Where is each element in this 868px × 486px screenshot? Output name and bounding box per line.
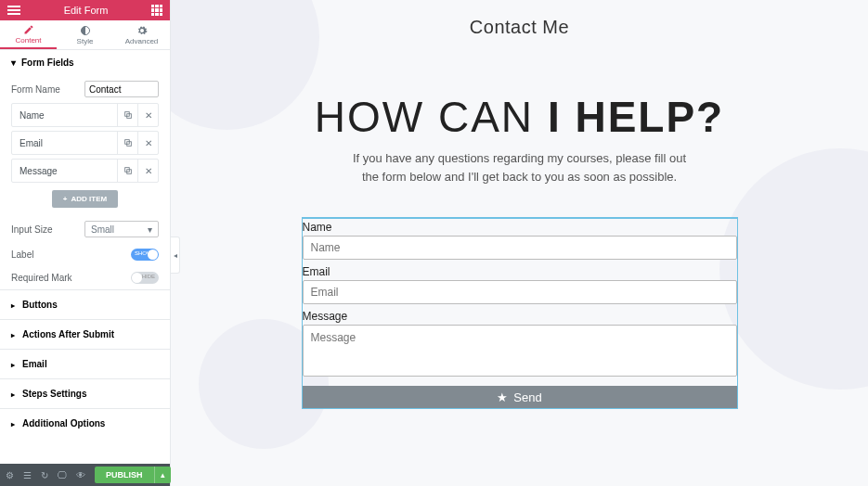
section-form-fields[interactable]: ▾ Form Fields [0, 50, 170, 75]
caret-right-icon [11, 300, 15, 310]
caret-down-icon: ▾ [11, 58, 16, 68]
send-button[interactable]: ★ Send [303, 386, 737, 408]
panel-body: ▾ Form Fields Form Name Name ✕ Email ✕ M… [0, 50, 170, 464]
field-item[interactable]: Email ✕ [11, 131, 159, 155]
field-item[interactable]: Name ✕ [11, 103, 159, 127]
preview-area: Contact Me HOW CAN I HELP? If you have a… [171, 0, 868, 486]
field-item[interactable]: Message ✕ [11, 159, 159, 183]
hero-subtitle: If you have any questions regarding my c… [315, 149, 724, 185]
field-repeater: Name ✕ Email ✕ Message ✕ [0, 103, 170, 183]
label-label: Label [11, 249, 33, 260]
label-required-mark: Required Mark [11, 273, 72, 283]
history-icon[interactable]: ↻ [41, 470, 48, 480]
panel-title: Edit Form [64, 5, 109, 16]
row-form-name: Form Name [0, 75, 170, 103]
caret-right-icon [11, 389, 15, 399]
row-required-mark: Required Mark HIDE [0, 266, 170, 289]
form-widget[interactable]: Name Email Message ★ Send [302, 217, 738, 409]
label-input-size: Input Size [11, 224, 52, 235]
panel-header: Edit Form [0, 0, 170, 20]
editor-sidebar: Edit Form Content Style Advanced ▾ Form … [0, 0, 171, 486]
caret-right-icon [11, 418, 15, 428]
publish-button[interactable]: PUBLISH [95, 467, 154, 483]
name-input[interactable] [303, 236, 737, 260]
section-actions-after-submit[interactable]: Actions After Submit [0, 319, 170, 349]
duplicate-icon[interactable] [117, 132, 137, 154]
field-label-name: Name [303, 221, 737, 234]
decorative-blob [719, 148, 868, 390]
field-label-email: Email [303, 265, 737, 278]
caret-right-icon [11, 329, 15, 339]
add-item-button[interactable]: + ADD ITEM [52, 190, 118, 208]
row-input-size: Input Size Small ▾ [0, 215, 170, 243]
remove-icon[interactable]: ✕ [137, 160, 158, 182]
menu-icon[interactable] [7, 6, 20, 15]
publish-options-button[interactable]: ▴ [154, 467, 171, 483]
page-section-title: Contact Me [470, 17, 569, 38]
section-steps-settings[interactable]: Steps Settings [0, 378, 170, 408]
settings-icon[interactable]: ⚙ [6, 470, 14, 480]
duplicate-icon[interactable] [117, 104, 137, 126]
section-additional-options[interactable]: Additional Options [0, 408, 170, 438]
chevron-down-icon: ▾ [148, 224, 152, 235]
collapse-panel-button[interactable]: ◂ [171, 237, 180, 274]
caret-right-icon [11, 359, 15, 369]
preview-icon[interactable]: 👁 [76, 470, 85, 480]
email-input[interactable] [303, 280, 737, 304]
duplicate-icon[interactable] [117, 160, 137, 182]
star-icon: ★ [497, 390, 508, 404]
style-icon [80, 25, 91, 36]
section-email[interactable]: Email [0, 349, 170, 378]
panel-tabs: Content Style Advanced [0, 20, 170, 50]
label-form-name: Form Name [11, 84, 60, 95]
message-textarea[interactable] [303, 325, 737, 377]
hero-heading: HOW CAN I HELP? [315, 92, 724, 142]
pencil-icon [23, 24, 34, 35]
responsive-icon[interactable]: 🖵 [58, 470, 67, 480]
field-label-message: Message [303, 310, 737, 323]
hero: HOW CAN I HELP? If you have any question… [315, 92, 724, 185]
row-label-toggle: Label SHOW [0, 243, 170, 266]
plus-icon: + [63, 195, 68, 203]
tab-advanced[interactable]: Advanced [113, 20, 170, 49]
gear-icon [136, 25, 148, 36]
widgets-grid-icon[interactable] [151, 5, 162, 16]
panel-footer: ⚙ ☰ ↻ 🖵 👁 PUBLISH ▴ [0, 464, 170, 486]
label-toggle[interactable]: SHOW [131, 249, 159, 261]
tab-style[interactable]: Style [57, 20, 113, 49]
remove-icon[interactable]: ✕ [137, 132, 158, 154]
required-mark-toggle[interactable]: HIDE [131, 272, 159, 284]
navigator-icon[interactable]: ☰ [23, 470, 32, 480]
remove-icon[interactable]: ✕ [137, 104, 158, 126]
section-buttons[interactable]: Buttons [0, 289, 170, 319]
input-size-select[interactable]: Small ▾ [84, 221, 159, 237]
tab-content[interactable]: Content [0, 20, 57, 49]
decorative-blob [171, 0, 319, 130]
form-name-input[interactable] [84, 81, 159, 97]
